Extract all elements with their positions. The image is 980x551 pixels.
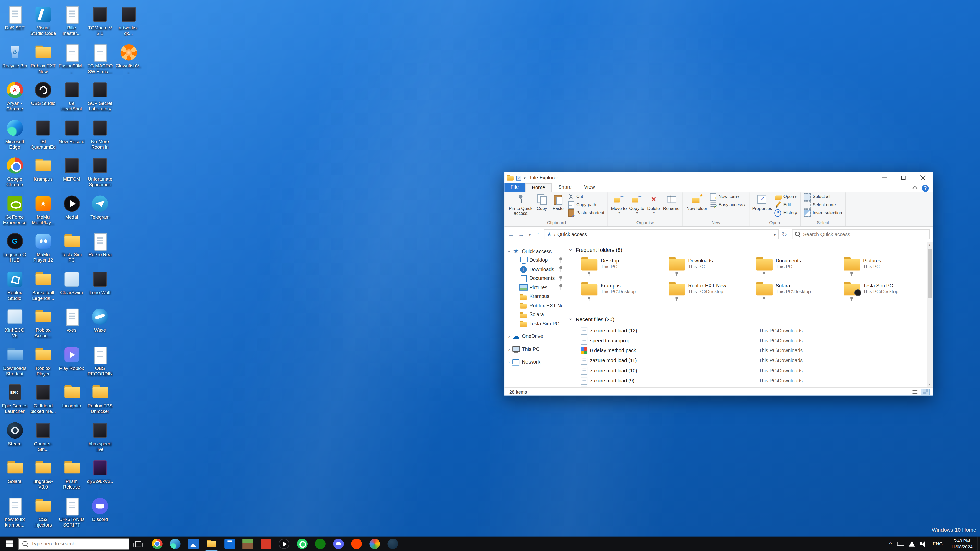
desktop-icon-ibi-quantumed[interactable]: IBI QuantumEd... bbox=[30, 118, 56, 149]
sidebar-item-krampus[interactable]: Krampus bbox=[504, 292, 565, 301]
properties-button[interactable]: Properties bbox=[751, 192, 773, 211]
desktop-icon-geforce-experience[interactable]: GeForce Experience bbox=[1, 194, 28, 225]
network-icon[interactable] bbox=[908, 540, 916, 548]
desktop-icon-uh-stanid-script[interactable]: UH-STANID SCRIPT bbox=[58, 496, 85, 527]
desktop-icon-unfortunate-spacemen[interactable]: Unfortunate Spacemen bbox=[86, 156, 113, 187]
taskbar-app-discord[interactable] bbox=[329, 537, 348, 551]
desktop-icon-fusion99m[interactable]: Fusion99M... bbox=[58, 43, 85, 74]
sidebar-item-onedrive[interactable]: ›OneDrive bbox=[504, 332, 565, 341]
taskbar-app-app-multi[interactable] bbox=[366, 537, 384, 551]
new-item-button[interactable]: New item▾ bbox=[708, 192, 746, 200]
folder-tile-pictures[interactable]: PicturesThis PC bbox=[843, 257, 927, 279]
desktop-icon-d-aa98kv2[interactable]: d[AA98kV2... bbox=[86, 459, 113, 490]
cut-button[interactable]: Cut bbox=[566, 192, 606, 200]
paste-shortcut-button[interactable]: Paste shortcut bbox=[566, 209, 606, 217]
taskbar-app-edge[interactable] bbox=[166, 537, 184, 551]
desktop-icon-telegram[interactable]: Telegram bbox=[86, 194, 113, 219]
explorer-search-input[interactable] bbox=[803, 231, 927, 237]
language-indicator[interactable]: ENG bbox=[929, 541, 947, 547]
desktop-icon-cs2-injectors[interactable]: CS2 injectors bbox=[30, 496, 56, 527]
desktop-icon-roblox-ext-new[interactable]: Roblox EXT New bbox=[30, 43, 56, 74]
folder-tile-roblox-ext-new[interactable]: Roblox EXT NewThis PC\Desktop bbox=[668, 283, 756, 303]
show-desktop-button[interactable] bbox=[977, 537, 980, 551]
taskbar-app-store[interactable] bbox=[221, 537, 239, 551]
clock[interactable]: 5:49 PM 11/08/2024 bbox=[947, 538, 977, 550]
start-button[interactable] bbox=[0, 537, 18, 551]
sidebar-item-this-pc[interactable]: ›This PC bbox=[504, 345, 565, 354]
desktop-icon-epic-games-launcher[interactable]: Epic Games Launcher bbox=[1, 383, 28, 414]
desktop-icon-xinhecc-v6[interactable]: XinhECC V6 bbox=[1, 307, 28, 338]
desktop-icon-medal[interactable]: Medal bbox=[58, 194, 85, 219]
new-folder-button[interactable]: New folder bbox=[685, 192, 709, 211]
breadcrumb-chevron-icon[interactable]: › bbox=[554, 231, 555, 237]
rename-button[interactable]: Rename bbox=[662, 192, 681, 211]
expander-icon[interactable]: › bbox=[506, 347, 512, 352]
taskbar-app-whatsapp[interactable] bbox=[293, 537, 311, 551]
qat-properties-icon[interactable]: ✓ bbox=[516, 175, 522, 180]
pin-to-quick-access-button[interactable]: Pin to Quick access bbox=[508, 192, 534, 216]
desktop-icon-play-roblox[interactable]: Play Roblox bbox=[58, 345, 85, 371]
desktop-icon-no-more-room-in-hell[interactable]: No More Room in Hell bbox=[86, 118, 113, 149]
copy-path-button[interactable]: Copy path bbox=[566, 200, 606, 209]
desktop-icon-ropro-rea[interactable]: RoPro Rea bbox=[86, 232, 113, 257]
taskbar-app-app-red[interactable] bbox=[257, 537, 275, 551]
volume-icon[interactable] bbox=[920, 540, 927, 548]
move-to-button[interactable]: Move to▾ bbox=[610, 192, 628, 215]
desktop-icon-clearswim[interactable]: ClearSwim bbox=[58, 270, 85, 295]
minimize-ribbon-icon[interactable] bbox=[912, 186, 918, 191]
recent-file-zazure-mod-load-8[interactable]: zazure mod load (8)This PC\Downloads bbox=[581, 386, 927, 387]
qat-customize-icon[interactable]: ▾ bbox=[524, 176, 525, 180]
desktop-icon-girlfriend-picked-me[interactable]: Girlfriend picked me... bbox=[30, 383, 56, 414]
frequent-folders-header[interactable]: Frequent folders (8) bbox=[576, 247, 622, 253]
sidebar-item-quick-access[interactable]: ›Quick access bbox=[504, 247, 565, 256]
tab-file[interactable]: File bbox=[504, 183, 525, 192]
details-view-button[interactable] bbox=[910, 388, 920, 395]
sidebar-item-downloads[interactable]: Downloads bbox=[504, 265, 565, 274]
maximize-button[interactable] bbox=[894, 172, 913, 183]
desktop-icon-ungrab-v3-0[interactable]: ungrab&-V3.0 bbox=[30, 459, 56, 490]
folder-tile-tesla-sim-pc[interactable]: Tesla Sim PCThis PC\Desktop bbox=[843, 283, 927, 303]
task-view-button[interactable] bbox=[129, 537, 146, 551]
touch-keyboard-icon[interactable] bbox=[897, 540, 904, 548]
paste-button[interactable]: Paste bbox=[550, 192, 566, 211]
taskbar-app-medal[interactable] bbox=[275, 537, 293, 551]
easy-access-button[interactable]: Easy access▾ bbox=[708, 200, 746, 209]
desktop-icon-tgmacro-v2-1[interactable]: TGMacro.V2.1 bbox=[86, 5, 113, 36]
desktop-icon-prism-release[interactable]: Prism Release bbox=[58, 459, 85, 490]
recent-file-zazure-mod-load-11[interactable]: zazure mod load (11)This PC\Downloads bbox=[581, 355, 927, 365]
address-bar[interactable]: ★ › Quick access ▾ bbox=[544, 229, 779, 239]
sidebar-item-solara[interactable]: Solara bbox=[504, 310, 565, 319]
taskbar-app-minecraft[interactable] bbox=[239, 537, 257, 551]
desktop-icon-lone-wolf[interactable]: Lone Wolf bbox=[86, 270, 113, 295]
desktop-icon-dns-set[interactable]: DnS SET bbox=[1, 5, 28, 30]
taskbar-app-steam[interactable] bbox=[384, 537, 402, 551]
scrollbar[interactable]: ▲ ▼ bbox=[927, 242, 932, 387]
desktop-icon-logitech-g-hub[interactable]: Logitech G HUB bbox=[1, 232, 28, 263]
folder-tile-krampus[interactable]: KrampusThis PC\Desktop bbox=[581, 283, 668, 303]
taskbar-search[interactable] bbox=[18, 538, 129, 550]
explorer-search-box[interactable] bbox=[792, 229, 930, 239]
desktop-icon-scp-secret-laboratory[interactable]: SCP Secret Laboratory bbox=[86, 81, 113, 112]
recent-file-zazure-mod-load-10[interactable]: zazure mod load (10)This PC\Downloads bbox=[581, 365, 927, 375]
scroll-up-icon[interactable]: ▲ bbox=[927, 242, 932, 248]
folder-tile-solara[interactable]: SolaraThis PC\Desktop bbox=[756, 283, 843, 303]
desktop-icon-roblox-accou[interactable]: Roblox Accou... bbox=[30, 307, 56, 338]
expander-icon[interactable]: › bbox=[506, 333, 512, 339]
collapse-frequent-icon[interactable]: › bbox=[568, 248, 574, 252]
taskbar-app-file-explorer[interactable] bbox=[202, 537, 221, 551]
recent-file-0-delay-method-pack[interactable]: 0 delay method packThis PC\Downloads bbox=[581, 345, 927, 355]
desktop-icon-tesla-sim-pc[interactable]: Tesla Sim PC bbox=[58, 232, 85, 263]
recent-file-speed-tmacroproj[interactable]: speed.tmacroprojThis PC\Downloads bbox=[581, 335, 927, 345]
sidebar-item-pictures[interactable]: Pictures bbox=[504, 283, 565, 292]
history-button[interactable]: History bbox=[773, 209, 798, 217]
folder-tile-documents[interactable]: DocumentsThis PC bbox=[756, 257, 843, 279]
recent-file-zazure-mod-load-9[interactable]: zazure mod load (9)This PC\Downloads bbox=[581, 375, 927, 386]
folder-tile-downloads[interactable]: DownloadsThis PC bbox=[668, 257, 756, 279]
hidden-icons-chevron[interactable]: ^ bbox=[886, 541, 895, 547]
desktop-icon-bille-master[interactable]: Bille master... bbox=[58, 5, 85, 36]
recent-file-zazure-mod-load-12[interactable]: zazure mod load (12)This PC\Downloads bbox=[581, 326, 927, 335]
desktop-icon-obs-recordin[interactable]: OBS RECORDIN... bbox=[86, 345, 113, 376]
collapse-recent-icon[interactable]: › bbox=[568, 317, 574, 322]
desktop-icon-obs-studio[interactable]: OBS Studio bbox=[30, 81, 56, 106]
desktop-icon-mumu-player-12[interactable]: MuMu Player 12 bbox=[30, 232, 56, 263]
